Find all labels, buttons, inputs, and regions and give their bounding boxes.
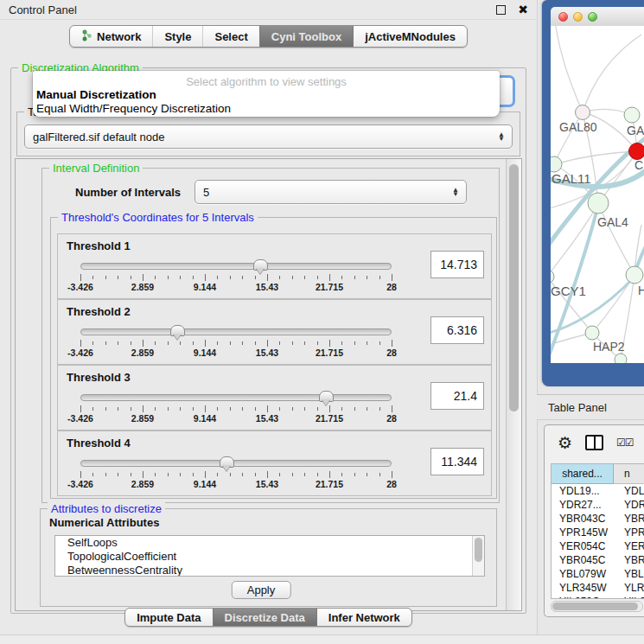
network-node-gal11[interactable]: [551, 156, 562, 172]
table-row[interactable]: YIL053CYIL0: [552, 595, 644, 599]
table-row[interactable]: YPR145WYPR1: [552, 526, 644, 539]
tab-jactivemnodules[interactable]: jActiveMNodules: [353, 26, 467, 47]
tab-cyni-toolbox[interactable]: Cyni Toolbox: [259, 26, 353, 47]
split-view-icon[interactable]: [585, 435, 603, 450]
threshold-slider-4[interactable]: [80, 460, 392, 469]
network-node-ga[interactable]: [624, 107, 640, 123]
slider-thumb[interactable]: [319, 391, 334, 402]
threshold-slider-2[interactable]: [80, 328, 392, 337]
network-edge[interactable]: [555, 26, 583, 112]
list-item-selfloops[interactable]: SelfLoops: [55, 536, 484, 550]
table-row[interactable]: YLR345WYLR3: [552, 581, 644, 595]
cell-name: YLR3: [614, 582, 644, 594]
algorithm-placeholder-option[interactable]: Select algorithm to view settings: [33, 75, 500, 88]
tick-mark: [242, 473, 243, 476]
scrollbar-thumb[interactable]: [509, 164, 519, 411]
tick-mark: [392, 405, 392, 412]
panel-title: Control Panel: [9, 3, 77, 16]
network-window-titlebar[interactable]: [551, 7, 644, 27]
network-node-gal4[interactable]: [588, 193, 609, 214]
table-row[interactable]: YBR045CYBR0: [552, 553, 644, 567]
tab-style[interactable]: Style: [152, 26, 202, 47]
tick-mark: [317, 341, 318, 345]
network-node-h[interactable]: [626, 266, 643, 284]
settings-vertical-scrollbar[interactable]: [506, 159, 521, 610]
tick-mark: [180, 473, 181, 476]
tick-mark: [230, 341, 231, 345]
threshold-4-value-field[interactable]: 11.344: [430, 448, 484, 475]
traffic-light-close-icon[interactable]: [558, 12, 568, 22]
column-header-name[interactable]: n: [614, 464, 644, 484]
tick-mark: [180, 341, 181, 345]
slider-track[interactable]: [80, 394, 392, 401]
table-row[interactable]: YDR27...YDR2: [552, 498, 644, 512]
slider-track[interactable]: [80, 460, 392, 467]
tick-label: 2.859: [131, 348, 154, 358]
table-row[interactable]: YER054CYER0: [552, 539, 644, 553]
combo-arrows-icon: ▲▼: [498, 132, 505, 141]
slider-track[interactable]: [80, 328, 392, 335]
control-panel: Control Panel ✖ NetworkStyleSelectCyni T…: [0, 0, 538, 644]
gear-icon[interactable]: ⚙: [558, 435, 572, 451]
number-of-intervals-combobox[interactable]: 5 ▲▼: [194, 180, 467, 204]
table-row[interactable]: YDL19...YDL1: [552, 484, 644, 498]
slider-track[interactable]: [80, 263, 392, 270]
tab-impute-data[interactable]: Impute Data: [125, 609, 212, 626]
network-node[interactable]: [615, 354, 627, 363]
tick-mark: [379, 473, 380, 476]
number-of-intervals-value: 5: [203, 186, 209, 199]
scrollbar-thumb[interactable]: [475, 538, 482, 562]
cell-name: YPR1: [614, 526, 644, 539]
tick-mark: [80, 471, 81, 478]
table-row[interactable]: YBR043CYBR0: [552, 512, 644, 526]
traffic-light-zoom-icon[interactable]: [588, 12, 597, 22]
algorithm-option-manual-discretization[interactable]: Manual Discretization: [36, 88, 156, 101]
tick-mark: [279, 473, 280, 476]
threshold-slider-1[interactable]: [80, 263, 392, 271]
column-header-shared-name[interactable]: shared...: [552, 464, 614, 484]
table-row[interactable]: YBL079WYBL0: [552, 567, 644, 581]
tick-label: 15.43: [256, 413, 278, 424]
slider-thumb[interactable]: [253, 259, 268, 271]
list-item-topologicalcoefficient[interactable]: TopologicalCoefficient: [55, 550, 484, 564]
table-horizontal-scrollbar[interactable]: [551, 601, 643, 612]
traffic-light-minimize-icon[interactable]: [573, 12, 583, 22]
tick-label: 2.859: [131, 282, 154, 292]
select-columns-icon[interactable]: ☑☑: [616, 437, 634, 449]
network-node-c[interactable]: [629, 143, 644, 160]
network-node-hap2[interactable]: [585, 326, 599, 340]
float-window-icon[interactable]: [496, 5, 506, 15]
tab-select[interactable]: Select: [202, 26, 258, 47]
network-edge[interactable]: [598, 203, 634, 275]
scrollbar-thumb[interactable]: [552, 603, 638, 610]
slider-thumb[interactable]: [220, 456, 234, 468]
network-edge[interactable]: [583, 35, 641, 112]
table-data-combobox[interactable]: galFiltered.sif default node ▲▼: [24, 124, 513, 149]
network-canvas[interactable]: GAL80GACGAL11GAL4GCY1HHAP2: [551, 26, 644, 363]
settings-scrollpane: Interval Definition Number of Intervals …: [15, 158, 522, 611]
attributes-list-scrollbar[interactable]: [472, 536, 484, 576]
threshold-2-value-field[interactable]: 6.316: [430, 316, 484, 344]
threshold-slider-3[interactable]: [80, 394, 392, 403]
tick-mark: [304, 407, 305, 411]
tick-mark: [230, 276, 231, 279]
algorithm-option-equal-width-frequency[interactable]: Equal Width/Frequency Discretization: [36, 102, 231, 115]
threshold-3-value-field[interactable]: 21.4: [430, 382, 484, 410]
threshold-1-value-field[interactable]: 14.713: [430, 251, 484, 278]
tick-mark: [367, 341, 367, 345]
tab-infer-network[interactable]: Infer Network: [316, 609, 411, 626]
network-node-gcy1[interactable]: [551, 270, 554, 284]
list-item-betweennesscentrality[interactable]: BetweennessCentrality: [55, 564, 484, 577]
tick-mark: [279, 276, 280, 279]
combo-arrows-icon: ▲▼: [452, 188, 459, 196]
tab-network[interactable]: Network: [70, 26, 152, 47]
network-node-gal80[interactable]: [576, 105, 590, 120]
slider-thumb[interactable]: [170, 325, 185, 336]
threshold-panel-4: Threshold 4-3.4262.8599.14415.4321.71528…: [57, 430, 492, 496]
apply-button[interactable]: Apply: [232, 581, 291, 599]
node-label: GCY1: [551, 284, 586, 298]
tab-discretize-data[interactable]: Discretize Data: [213, 609, 316, 626]
numerical-attributes-list[interactable]: SelfLoopsTopologicalCoefficientBetweenne…: [54, 535, 485, 577]
network-view-window[interactable]: GAL80GACGAL11GAL4GCY1HHAP2: [542, 0, 644, 386]
close-icon[interactable]: ✖: [518, 5, 528, 14]
